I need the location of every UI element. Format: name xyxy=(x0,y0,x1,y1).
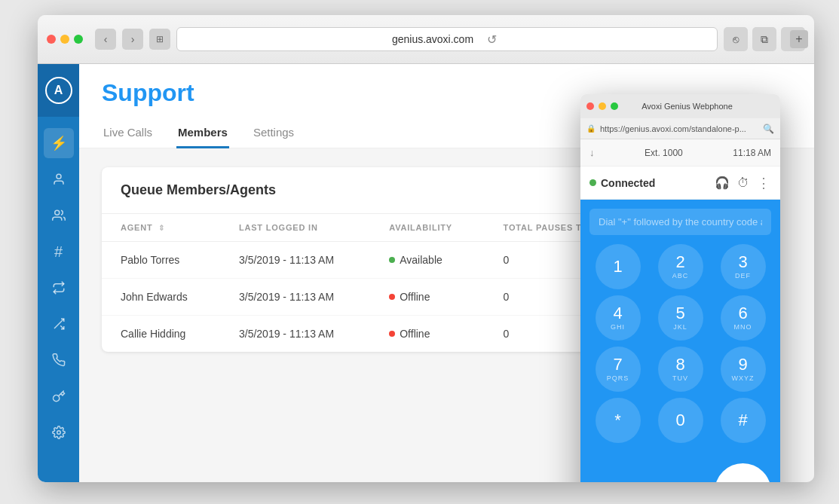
webphone-maximize-button[interactable] xyxy=(611,102,618,110)
dial-key-#[interactable]: # xyxy=(721,398,766,443)
webphone-status-bar: Connected 🎧 ⏱ ⋮ xyxy=(580,166,780,200)
traffic-lights xyxy=(47,35,83,44)
agent-availability: Offline xyxy=(370,279,484,316)
sidebar-item-hash[interactable]: # xyxy=(44,237,74,267)
dial-btn-number: 7 xyxy=(613,356,622,373)
dial-key-3[interactable]: 3 DEF xyxy=(721,244,766,289)
webphone-search-icon[interactable]: 🔍 xyxy=(763,124,774,134)
dial-key-6[interactable]: 6 MNO xyxy=(721,295,766,341)
dial-btn-number: 1 xyxy=(613,258,622,275)
table-header-row: AGENT ⇕ LAST LOGGED IN AVAILABILITY xyxy=(102,214,645,242)
browser-window: ‹ › ⊞ genius.avoxi.com ↺ ⎋ ⧉ ↓ + A ⚡ xyxy=(38,15,814,482)
webphone-status-icons: 🎧 ⏱ ⋮ xyxy=(715,175,771,191)
dial-key-2[interactable]: 2 ABC xyxy=(658,244,703,289)
sidebar-item-phone-config[interactable] xyxy=(44,345,74,375)
agent-name: Pablo Torres xyxy=(102,242,220,279)
close-button[interactable] xyxy=(47,35,56,44)
webphone-footer: AVOXI xyxy=(580,452,780,482)
dialpad-grid: 1 2 ABC 3 DEF 4 GHI 5 JKL 6 MNO 7 PQRS 8… xyxy=(589,244,771,443)
agent-name: John Edwards xyxy=(102,279,220,316)
dial-btn-sub: PQRS xyxy=(607,374,629,382)
dial-key-4[interactable]: 4 GHI xyxy=(596,295,641,341)
minimize-button[interactable] xyxy=(60,35,69,44)
dial-key-0[interactable]: 0 xyxy=(658,398,703,443)
availability-dot xyxy=(389,257,395,263)
dial-btn-number: 3 xyxy=(738,254,747,270)
logo-circle: A xyxy=(45,77,72,104)
sidebar-item-key[interactable] xyxy=(44,381,74,411)
agents-table: AGENT ⇕ LAST LOGGED IN AVAILABILITY xyxy=(102,214,645,352)
sidebar-item-shuffle[interactable] xyxy=(44,309,74,339)
forward-button[interactable]: › xyxy=(122,29,143,50)
availability-label: Available xyxy=(400,254,442,266)
webphone-close-button[interactable] xyxy=(586,102,594,110)
col-last-logged: LAST LOGGED IN xyxy=(220,214,370,242)
tab-members[interactable]: Members xyxy=(176,118,229,148)
share-icon[interactable]: ⎋ xyxy=(724,27,748,51)
tab-live-calls[interactable]: Live Calls xyxy=(102,118,154,148)
maximize-button[interactable] xyxy=(74,35,83,44)
svg-point-0 xyxy=(57,174,61,179)
dial-key-8[interactable]: 8 TUV xyxy=(658,347,703,392)
svg-point-4 xyxy=(57,431,60,435)
dial-btn-number: 4 xyxy=(613,305,622,322)
connected-indicator xyxy=(589,179,596,186)
availability-label: Offline xyxy=(400,328,430,340)
browser-titlebar: ‹ › ⊞ genius.avoxi.com ↺ ⎋ ⧉ ↓ + xyxy=(38,15,814,64)
dial-btn-number: 0 xyxy=(675,412,684,429)
new-tab-button[interactable]: + xyxy=(790,30,808,48)
webphone-dialpad-area: 1 2 ABC 3 DEF 4 GHI 5 JKL 6 MNO 7 PQRS 8… xyxy=(580,200,780,452)
agent-last-logged: 3/5/2019 - 11:13 AM xyxy=(220,279,370,316)
dial-key-9[interactable]: 9 WXYZ xyxy=(721,347,766,392)
tab-settings[interactable]: Settings xyxy=(252,118,295,148)
webphone-time: 11:18 AM xyxy=(733,148,771,158)
history-icon[interactable]: ⏱ xyxy=(737,176,749,190)
avoxi-logo: AVOXI xyxy=(715,463,771,482)
availability-label: Offline xyxy=(400,291,430,303)
dial-key-*[interactable]: * xyxy=(596,398,641,443)
tab-overview-icon[interactable]: ⧉ xyxy=(752,27,776,51)
webphone-title: Avoxi Genius Webphone xyxy=(623,102,752,111)
dial-btn-sub: GHI xyxy=(611,323,625,331)
sidebar: A ⚡ xyxy=(38,64,79,482)
sidebar-nav: ⚡ # xyxy=(44,117,74,482)
webphone-menu-icon[interactable]: ⋮ xyxy=(757,175,771,191)
availability-dot xyxy=(389,331,395,337)
lock-icon: 🔒 xyxy=(586,124,596,133)
address-bar[interactable]: genius.avoxi.com ↺ xyxy=(176,27,718,51)
dial-key-5[interactable]: 5 JKL xyxy=(658,295,703,341)
url-text: genius.avoxi.com xyxy=(392,33,473,45)
sidebar-logo[interactable]: A xyxy=(38,64,79,117)
sidebar-item-settings[interactable] xyxy=(44,417,74,447)
headset-icon[interactable]: 🎧 xyxy=(715,176,730,190)
logo-letter: A xyxy=(54,84,63,97)
col-agent: AGENT ⇕ xyxy=(102,214,220,242)
sidebar-item-flash[interactable]: ⚡ xyxy=(44,128,74,158)
webphone-urlbar: 🔒 https://genius.avoxi.com/standalone-p.… xyxy=(580,118,780,139)
dial-btn-sub: JKL xyxy=(673,323,687,331)
svg-point-1 xyxy=(54,210,59,215)
dial-key-7[interactable]: 7 PQRS xyxy=(596,347,641,392)
col-availability: AVAILABILITY xyxy=(370,214,484,242)
sidebar-toggle[interactable]: ⊞ xyxy=(149,29,170,50)
dial-btn-sub: ABC xyxy=(672,272,689,279)
dial-btn-number: 2 xyxy=(675,254,684,270)
sidebar-item-users[interactable] xyxy=(44,200,74,231)
webphone-toolbar: ↓ Ext. 1000 11:18 AM xyxy=(580,139,780,166)
agent-last-logged: 3/5/2019 - 11:13 AM xyxy=(220,242,370,279)
dial-key-1[interactable]: 1 xyxy=(596,244,641,289)
dial-btn-number: # xyxy=(738,412,747,429)
dial-btn-sub: MNO xyxy=(734,323,752,331)
agent-name: Callie Hidding xyxy=(102,316,220,353)
queue-card-header: Queue Members/Agents xyxy=(102,167,645,214)
sidebar-item-flow[interactable] xyxy=(44,273,74,303)
sort-icon[interactable]: ⇕ xyxy=(158,224,165,232)
webphone-download-icon[interactable]: ↓ xyxy=(589,147,595,158)
dial-btn-sub: DEF xyxy=(735,272,751,279)
sidebar-item-user[interactable] xyxy=(44,164,74,194)
reload-icon[interactable]: ↺ xyxy=(481,29,502,50)
webphone-minimize-button[interactable] xyxy=(599,102,606,110)
webphone-titlebar: Avoxi Genius Webphone xyxy=(580,94,780,118)
back-button[interactable]: ‹ xyxy=(95,29,116,50)
dial-input[interactable] xyxy=(589,209,771,235)
